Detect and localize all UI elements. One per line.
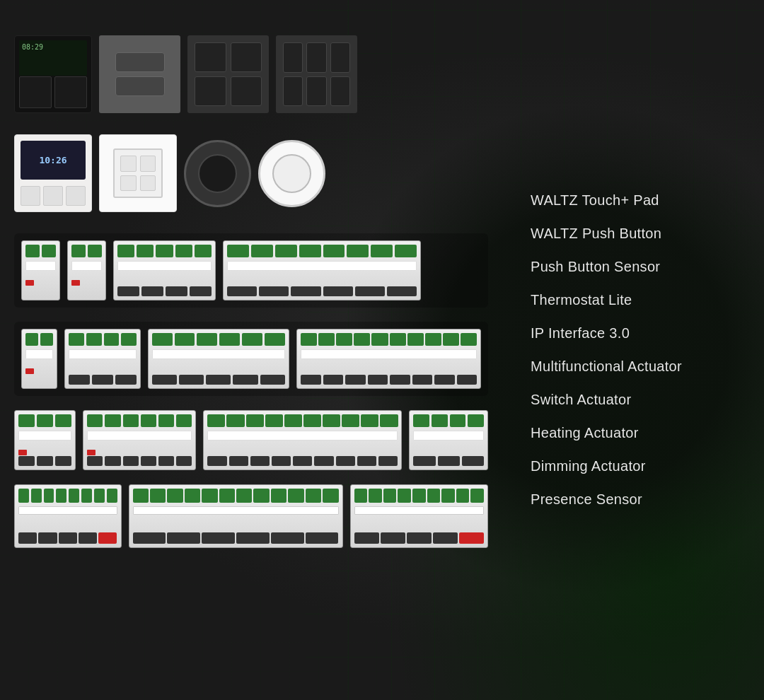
product-push-button-sensor[interactable] xyxy=(99,134,177,212)
c2 xyxy=(381,532,405,544)
list-item-waltz-push-button[interactable]: WALTZ Push Button xyxy=(531,217,750,250)
t2 xyxy=(150,489,166,503)
product-dimming-actuator[interactable] xyxy=(350,484,489,548)
dl2 xyxy=(69,349,136,359)
t3 xyxy=(197,333,217,346)
product-switch-actuator-medium[interactable] xyxy=(83,410,196,470)
product-row-touch-panels: 08:29 xyxy=(14,35,488,113)
list-item-waltz-touch-pad[interactable]: WALTZ Touch+ Pad xyxy=(531,184,750,217)
sa-term-1 xyxy=(18,414,71,427)
product-waltz-touchpad-3btn[interactable] xyxy=(187,35,269,113)
product-din-large-1[interactable] xyxy=(223,240,421,301)
thermostat-buttons xyxy=(21,186,86,206)
dc3 xyxy=(152,375,285,385)
product-waltz-touchpad-2btn[interactable] xyxy=(99,35,180,113)
t3 xyxy=(383,489,397,503)
c5 xyxy=(390,375,410,385)
product-thermostat-lite[interactable]: 10:26 xyxy=(14,134,92,212)
product-switch-actuator-large[interactable] xyxy=(203,410,402,470)
din-connectors-3 xyxy=(117,286,212,296)
t7 xyxy=(441,489,455,503)
product-din-r2-2[interactable] xyxy=(64,329,140,389)
c2 xyxy=(105,456,120,466)
t4 xyxy=(265,414,283,427)
t9 xyxy=(443,333,459,346)
btn-1 xyxy=(283,42,303,73)
t8 xyxy=(342,414,359,427)
btn-1 xyxy=(195,42,226,72)
product-switch-actuator-small[interactable] xyxy=(14,410,76,470)
sa-term-2 xyxy=(87,414,192,427)
btn-6 xyxy=(330,76,350,107)
product-presence-sensor-white[interactable] xyxy=(258,140,325,207)
list-item-heating-actuator[interactable]: Heating Actuator xyxy=(531,416,750,450)
t3 xyxy=(44,489,54,503)
list-item-ip-interface[interactable]: IP Interface 3.0 xyxy=(531,317,750,350)
product-presence-sensor-dark[interactable] xyxy=(184,140,251,207)
product-waltz-touchpad-1btn[interactable]: 08:29 xyxy=(14,35,92,113)
product-din-small-2[interactable] xyxy=(67,240,106,301)
list-item-thermostat-lite[interactable]: Thermostat Lite xyxy=(531,284,750,317)
c2 xyxy=(37,456,53,466)
presence-sensor-inner-dark xyxy=(198,154,237,193)
time-display: 08:29 xyxy=(22,43,84,51)
c1 xyxy=(18,532,37,544)
product-din-r2-1[interactable] xyxy=(21,329,57,389)
ha-conn-1 xyxy=(18,532,117,544)
list-item-multifunctional-actuator[interactable]: Multifunctional Actuator xyxy=(531,350,750,383)
product-din-r2-3[interactable] xyxy=(148,329,289,389)
list-item-push-button-sensor[interactable]: Push Button Sensor xyxy=(531,250,750,284)
product-din-small-1[interactable] xyxy=(21,240,60,301)
product-din-medium-1[interactable] xyxy=(113,240,216,301)
din-label-3 xyxy=(117,261,212,271)
din-terminals-3 xyxy=(117,245,212,257)
t5 xyxy=(202,489,217,503)
din-label-1 xyxy=(25,261,56,271)
c4 xyxy=(368,375,388,385)
list-item-label: IP Interface 3.0 xyxy=(531,325,630,341)
t1 xyxy=(25,333,38,346)
product-din-r2-4[interactable] xyxy=(296,329,481,389)
t6 xyxy=(176,414,192,427)
t4 xyxy=(56,489,66,503)
touchpad-btn-1 xyxy=(19,76,52,108)
list-item-label: Switch Actuator xyxy=(531,392,631,407)
product-waltz-touchpad-4btn[interactable] xyxy=(276,35,357,113)
terminal-4 xyxy=(88,245,102,257)
product-heating-actuator-large[interactable] xyxy=(129,484,343,548)
list-item-presence-sensor[interactable]: Presence Sensor xyxy=(531,483,750,516)
t6 xyxy=(303,414,321,427)
list-item-switch-actuator[interactable]: Switch Actuator xyxy=(531,383,750,416)
product-heating-actuator-small[interactable] xyxy=(14,484,122,548)
c2 xyxy=(92,375,113,385)
terminal-1 xyxy=(25,245,40,257)
t3 xyxy=(246,414,264,427)
terminal-3 xyxy=(71,245,86,257)
c3 xyxy=(407,532,432,544)
c1 xyxy=(133,532,166,544)
product-row-large-actuators xyxy=(14,484,488,548)
ha-label-1 xyxy=(18,506,117,515)
conn-4 xyxy=(190,286,212,296)
list-item-label: Heating Actuator xyxy=(531,425,639,441)
waltz-2btn-bottom xyxy=(115,76,165,96)
t5 xyxy=(242,333,262,346)
t7 xyxy=(371,245,393,257)
sa-label-1 xyxy=(18,431,71,441)
list-item-label: WALTZ Push Button xyxy=(531,226,661,241)
da-conn xyxy=(354,532,485,544)
dt1 xyxy=(25,333,53,346)
dt4 xyxy=(301,333,477,346)
t1 xyxy=(18,489,29,503)
c2 xyxy=(438,456,460,466)
t11 xyxy=(306,489,321,503)
c4 xyxy=(141,456,156,466)
product-actuator-small-extra[interactable] xyxy=(409,410,488,470)
sa-term-3 xyxy=(207,414,398,427)
list-item-label: Presence Sensor xyxy=(531,491,642,507)
c8 xyxy=(457,375,478,385)
list-item-dimming-actuator[interactable]: Dimming Actuator xyxy=(531,450,750,483)
terminal-2 xyxy=(42,245,56,257)
t4 xyxy=(354,333,370,346)
din-label-2 xyxy=(71,261,102,271)
